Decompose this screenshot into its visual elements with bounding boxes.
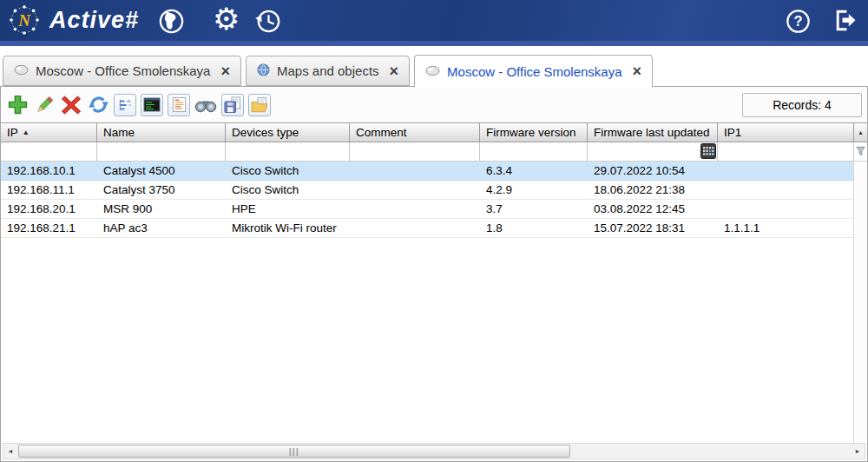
toolbar: Records: 4: [1, 87, 867, 122]
filter-cell-firmware-version: [480, 142, 588, 161]
logout-icon[interactable]: [829, 6, 858, 35]
column-label: IP: [7, 126, 18, 139]
filter-cell-ip1: [718, 142, 854, 161]
cell-firmware-version: 3.7: [480, 202, 588, 215]
cell-devices-type: Mikrotik Wi-Fi router: [226, 221, 350, 234]
table-row[interactable]: 192.168.11.1 Catalyst 3750 Cisco Switch …: [1, 181, 853, 200]
cell-firmware-last-updated: 18.06.2022 21:38: [588, 183, 718, 196]
filter-cell-comment: [350, 142, 480, 161]
refresh-button[interactable]: [87, 94, 109, 116]
add-button[interactable]: [6, 94, 29, 116]
tab-moscow-office-smolenskaya-2[interactable]: Moscow - Office Smolenskaya ×: [414, 55, 653, 88]
filter-cell-ip: [1, 142, 97, 161]
export-folder-button[interactable]: [248, 94, 271, 116]
tab-bar: Moscow - Office Smolenskaya × Maps and o…: [0, 46, 868, 86]
table-row[interactable]: 192.168.20.1 MSR 900 HPE 3.7 03.08.2022 …: [1, 200, 853, 219]
cell-name: hAP ac3: [97, 221, 226, 234]
save-button[interactable]: [221, 94, 244, 116]
svg-text:?: ?: [793, 13, 802, 29]
sort-asc-icon: ▲: [23, 129, 30, 136]
report-button[interactable]: [168, 94, 190, 116]
scroll-right-button[interactable]: ►: [851, 444, 865, 459]
cell-firmware-version: 4.2.9: [480, 183, 588, 196]
tab-label: Moscow - Office Smolenskaya: [36, 63, 210, 78]
cell-ip: 192.168.10.1: [1, 164, 97, 177]
column-header-comment[interactable]: Comment: [350, 123, 480, 142]
brand: N Active#: [7, 3, 139, 41]
cell-devices-type: Cisco Switch: [226, 164, 350, 177]
column-header-firmware-version[interactable]: Firmware version: [480, 123, 588, 142]
filter-input-ip[interactable]: [1, 142, 96, 161]
logo-network-icon: N: [7, 3, 42, 41]
svg-text:N: N: [17, 11, 31, 30]
horizontal-scrollbar[interactable]: ◄ ||| ►: [3, 443, 865, 459]
app-title: Active#: [49, 7, 139, 37]
column-header-ip1[interactable]: IP1: [718, 123, 854, 142]
tab-label: Moscow - Office Smolenskaya: [447, 64, 621, 79]
scroll-up-icon: ▲: [858, 129, 864, 135]
column-label: Devices type: [232, 126, 299, 139]
cell-name: Catalyst 3750: [97, 183, 226, 196]
top-header: N Active# ⚙ ?: [0, 0, 868, 46]
column-header-name[interactable]: Name: [97, 123, 226, 142]
tab-moscow-office-smolenskaya-1[interactable]: Moscow - Office Smolenskaya ×: [3, 56, 241, 86]
filter-input-comment[interactable]: [350, 142, 479, 161]
filter-input-name[interactable]: [97, 142, 225, 161]
column-label: Firmware version: [486, 126, 576, 139]
scrollbar-thumb[interactable]: |||: [18, 445, 570, 458]
table-header-row: IP ▲ Name Devices type Comment Firmware …: [1, 122, 867, 142]
list-settings-button[interactable]: [114, 94, 136, 116]
column-header-devices-type[interactable]: Devices type: [226, 123, 350, 142]
scroll-left-button[interactable]: ◄: [3, 444, 17, 459]
table-row[interactable]: 192.168.10.1 Catalyst 4500 Cisco Switch …: [1, 162, 853, 181]
content-panel: Records: 4 IP ▲ Name Devices type Commen…: [0, 86, 868, 462]
calendar-icon[interactable]: [700, 143, 716, 162]
cell-devices-type: Cisco Switch: [226, 183, 350, 196]
column-label: Name: [103, 126, 135, 139]
filter-funnel-button[interactable]: [854, 142, 867, 161]
filter-row: [1, 142, 867, 162]
site-icon: [425, 64, 440, 79]
column-header-firmware-last-updated[interactable]: Firmware last updated: [588, 123, 718, 142]
globe-icon: [257, 63, 270, 79]
tab-close-icon[interactable]: ×: [633, 63, 642, 79]
filter-cell-devices-type: [226, 142, 350, 161]
edit-button[interactable]: [33, 94, 56, 116]
tab-close-icon[interactable]: ×: [220, 63, 230, 79]
cell-ip: 192.168.21.1: [1, 221, 97, 234]
scroll-up-button[interactable]: ▲: [854, 123, 867, 142]
filter-input-ip1[interactable]: [718, 142, 853, 161]
terminal-button[interactable]: [141, 94, 163, 116]
cell-ip: 192.168.11.1: [1, 183, 97, 196]
tab-maps-and-objects[interactable]: Maps and objects ×: [246, 56, 410, 86]
cell-firmware-last-updated: 29.07.2022 10:54: [588, 164, 718, 177]
app-window: N Active# ⚙ ?: [0, 0, 868, 462]
scrollbar-track[interactable]: [570, 444, 851, 459]
filter-cell-name: [97, 142, 226, 161]
cell-ip1: 1.1.1.1: [718, 221, 853, 234]
search-binoculars-button[interactable]: [194, 94, 217, 116]
settings-gear-icon[interactable]: ⚙: [213, 2, 240, 36]
scroll-left-icon: ◄: [8, 448, 14, 454]
column-header-ip[interactable]: IP ▲: [1, 123, 97, 142]
cell-firmware-last-updated: 15.07.2022 18:31: [588, 221, 718, 234]
site-icon: [14, 63, 29, 78]
funnel-icon: [856, 144, 865, 160]
filter-input-firmware-last-updated[interactable]: [588, 142, 717, 161]
scroll-right-icon: ►: [855, 448, 861, 454]
history-icon[interactable]: [254, 7, 283, 36]
delete-button[interactable]: [60, 94, 82, 116]
tab-label: Maps and objects: [277, 63, 379, 78]
cell-ip: 192.168.20.1: [1, 202, 97, 215]
column-label: IP1: [724, 126, 741, 139]
filter-input-firmware-version[interactable]: [480, 142, 587, 161]
tab-close-icon[interactable]: ×: [390, 63, 399, 79]
cell-name: MSR 900: [97, 202, 226, 215]
cell-firmware-last-updated: 03.08.2022 12:45: [588, 202, 718, 215]
help-icon[interactable]: ?: [785, 8, 812, 35]
table-body: 192.168.10.1 Catalyst 4500 Cisco Switch …: [1, 162, 854, 443]
cell-name: Catalyst 4500: [97, 164, 226, 177]
table-row[interactable]: 192.168.21.1 hAP ac3 Mikrotik Wi-Fi rout…: [1, 219, 853, 238]
globe-icon[interactable]: [157, 7, 186, 36]
filter-input-devices-type[interactable]: [226, 142, 349, 161]
